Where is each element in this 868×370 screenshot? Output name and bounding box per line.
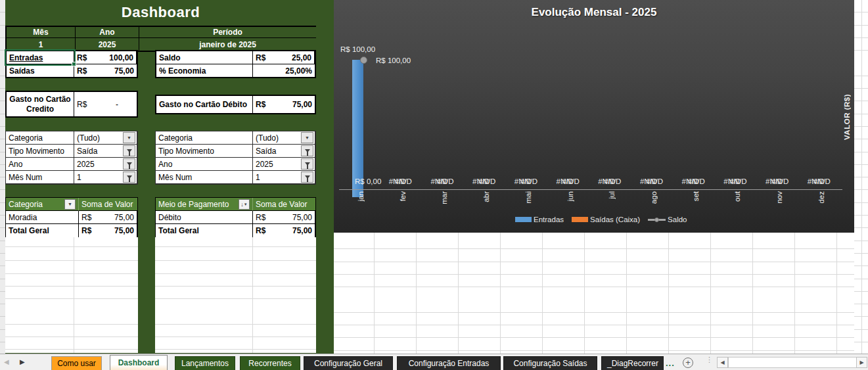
filter-value-categoria[interactable]: (Tudo) ▼ (74, 131, 137, 145)
filter-value-text: (Tudo) (256, 133, 279, 143)
period-header-periodo[interactable]: Período (139, 27, 316, 38)
cell-entradas-label[interactable]: Entradas (7, 51, 74, 64)
pivot-total-label[interactable]: Total Geral (6, 224, 79, 237)
filter-value-mes[interactable]: 1 (253, 171, 315, 184)
tab-configuracao-saidas[interactable]: Configuração Saídas (503, 356, 597, 370)
filter-label[interactable]: Tipo Movimento (6, 145, 74, 158)
pivot-header-label: Soma de Valor (81, 200, 133, 209)
currency-symbol: R$ (256, 53, 265, 62)
funnel-icon[interactable] (301, 172, 313, 183)
pivot-amount: 75,00 (114, 213, 134, 222)
tab-configuracao-geral[interactable]: Configuração Geral (304, 356, 393, 370)
hidden-tabs-indicator[interactable]: ... (666, 358, 675, 368)
filter-label[interactable]: Categoria (6, 131, 74, 145)
filter-value-text: 1 (77, 173, 81, 182)
currency-symbol: R$ (77, 53, 87, 62)
cell-debit-label[interactable]: Gasto no Cartão Débito (156, 96, 253, 113)
period-value-ano[interactable]: 2025 (76, 38, 139, 51)
filter-value-ano[interactable]: 2025 (74, 158, 137, 171)
saidas-data-label: R$ 0,00 (355, 177, 381, 185)
pivot-header-label: Categoria (9, 200, 43, 209)
period-value-mes[interactable]: 1 (7, 38, 76, 51)
filter-value-categoria[interactable]: (Tudo) ▼ (253, 131, 315, 145)
funnel-icon[interactable] (301, 145, 313, 156)
cell-entradas-value[interactable]: R$ 100,00 (74, 51, 137, 64)
cell-saidas-value[interactable]: R$ 75,00 (74, 64, 137, 77)
period-value-periodo[interactable]: janeiro de 2025 (139, 38, 316, 51)
tab-scroll-divider[interactable]: ⋮ (706, 358, 713, 362)
pivot-dropdown-icon[interactable]: ▼ (64, 199, 76, 210)
x-axis-tick-label: jan (355, 191, 366, 219)
horizontal-scrollbar[interactable] (728, 357, 857, 368)
empty-cells-right[interactable] (155, 237, 316, 353)
filter-label[interactable]: Mês Num (6, 171, 74, 184)
empty-cells-left[interactable] (5, 237, 138, 353)
gridline (252, 237, 253, 353)
debit-amount: 75,00 (292, 100, 312, 109)
pivot-row-label[interactable]: Moradia (6, 211, 79, 224)
tab-como-usar[interactable]: Como usar (51, 356, 102, 370)
tab-lancamentos[interactable]: Lançamentos (175, 356, 235, 370)
filter-value-ano[interactable]: 2025 (253, 158, 315, 171)
filter-value-tipo[interactable]: Saída (253, 145, 315, 158)
cell-saldo-label[interactable]: Saldo (156, 51, 253, 64)
pivot-row-value[interactable]: R$ 75,00 (253, 211, 315, 224)
filter-label[interactable]: Mês Num (156, 171, 253, 184)
spreadsheet-window: Dashboard Mês Ano Período 1 2025 janeiro… (0, 0, 868, 370)
period-header-mes[interactable]: Mês (7, 27, 76, 38)
x-axis-tick-label: fev (398, 191, 408, 219)
pivot-row-label[interactable]: Débito (156, 211, 253, 224)
pivot-header-soma[interactable]: Soma de Valor (79, 198, 137, 211)
period-header-ano[interactable]: Ano (76, 27, 139, 38)
empty-cells-right-of-chart[interactable] (854, 0, 868, 354)
cell-credit-label[interactable]: Gasto no Cartão Credito (7, 92, 74, 116)
dropdown-arrow-icon[interactable]: ▼ (123, 132, 135, 143)
dropdown-arrow-icon[interactable]: ▼ (301, 132, 313, 143)
saidas-swatch-icon (572, 217, 588, 222)
prev-sheet-arrow[interactable]: ◀ (4, 359, 9, 365)
filter-label[interactable]: Ano (6, 158, 74, 171)
missing-value-label: #N/D#N/D (682, 177, 712, 187)
cell-saidas-label[interactable]: Saídas (7, 64, 74, 77)
pivot-header-categoria[interactable]: Categoria ▼ (6, 198, 79, 211)
filter-label[interactable]: Ano (156, 158, 253, 171)
cell-debit-value[interactable]: R$ 75,00 (253, 96, 315, 113)
empty-cells-under-chart[interactable] (334, 233, 854, 354)
scroll-left-button[interactable]: ◀ (717, 357, 728, 368)
filter-label[interactable]: Tipo Movimento (156, 145, 253, 158)
missing-value-label: #N/D#N/D (723, 177, 754, 187)
pivot-header-soma[interactable]: Soma de Valor (253, 198, 315, 211)
funnel-icon[interactable] (123, 158, 135, 170)
tab-configuracao-entradas[interactable]: Configuração Entradas (397, 356, 501, 370)
missing-value-label: #N/D#N/D (557, 177, 587, 187)
cell-saldo-value[interactable]: R$ 25,00 (253, 51, 315, 64)
pivot-header-pagamento[interactable]: Meio de Pagamento ↓▼ (156, 198, 253, 211)
pivot-sort-filter-icon[interactable]: ↓▼ (239, 199, 250, 210)
filter-value-text: Saída (256, 147, 276, 156)
add-sheet-button[interactable]: + (683, 358, 693, 368)
cell-economia-value[interactable]: 25,00% (253, 64, 315, 77)
tab-dashboard[interactable]: Dashboard (110, 355, 168, 370)
funnel-icon[interactable] (301, 158, 313, 170)
filter-value-mes[interactable]: 1 (74, 171, 137, 184)
filter-value-tipo[interactable]: Saída (74, 145, 137, 158)
summary-table: Saldo R$ 25,00 % Economia 25,00% (155, 50, 316, 78)
pivot-total-value[interactable]: R$ 75,00 (79, 224, 137, 237)
funnel-icon[interactable] (123, 172, 135, 183)
gridline (861, 0, 862, 354)
cell-economia-label[interactable]: % Economia (156, 64, 253, 77)
tab-recorrentes[interactable]: Recorrentes (240, 356, 300, 370)
tab-diagrecorrer[interactable]: _DiagRecorrer (601, 356, 664, 370)
pivot-total-label[interactable]: Total Geral (156, 224, 253, 237)
funnel-icon[interactable] (123, 145, 135, 156)
x-axis-line (339, 189, 842, 190)
pivot-total-value[interactable]: R$ 75,00 (253, 224, 315, 237)
filter-label[interactable]: Categoria (156, 131, 253, 145)
x-axis-tick-label: abr (481, 191, 491, 219)
legend-label: Saídas (Caixa) (590, 216, 640, 223)
scroll-right-button[interactable]: ▶ (856, 357, 867, 368)
cell-credit-value[interactable]: R$ - (74, 92, 137, 116)
missing-value-label: #N/D#N/D (808, 177, 838, 187)
pivot-row-value[interactable]: R$ 75,00 (79, 211, 137, 224)
next-sheet-arrow[interactable]: ▶ (20, 359, 25, 365)
